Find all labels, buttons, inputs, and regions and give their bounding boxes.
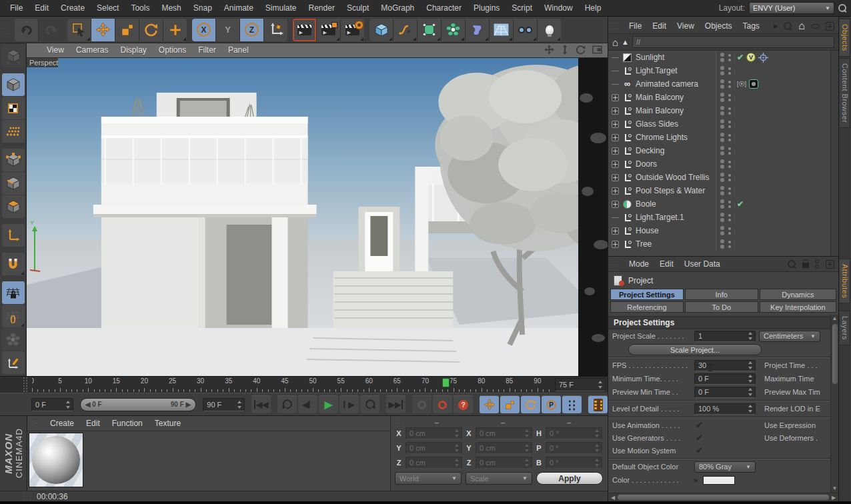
dock-tab-objects[interactable]: Objects: [840, 19, 850, 57]
maximize-view-icon[interactable]: [592, 45, 602, 56]
panel-grip-icon[interactable]: [30, 419, 39, 428]
menu-script[interactable]: Script: [506, 3, 538, 13]
start-frame-field[interactable]: 0 F: [31, 398, 73, 411]
material-thumbnail[interactable]: [29, 433, 83, 487]
material-menu-texture[interactable]: Texture: [149, 419, 187, 428]
coord-space-dropdown[interactable]: World▼: [395, 472, 462, 485]
search-icon[interactable]: [788, 260, 796, 269]
add-spline-object[interactable]: [393, 19, 417, 41]
project-scale-unit-dropdown[interactable]: Centimeters▼: [759, 331, 820, 342]
visibility-dots[interactable]: [718, 186, 727, 195]
coord-field-z-0[interactable]: 0 cm: [405, 457, 462, 469]
home-icon[interactable]: ⌂: [798, 21, 805, 31]
lock-x-axis[interactable]: X: [192, 19, 215, 41]
record-objects-button[interactable]: [412, 395, 432, 413]
attribute-menu-user-data[interactable]: User Data: [679, 259, 726, 269]
workplane-paint-button[interactable]: [2, 120, 25, 143]
object-row-boole[interactable]: Boole✔: [608, 197, 830, 211]
key-point-level-button[interactable]: [562, 395, 582, 413]
add-mograph-object[interactable]: [442, 19, 465, 41]
key-position-button[interactable]: [480, 395, 499, 413]
object-row-light-target[interactable]: Light.Target: [608, 64, 830, 77]
layout-select[interactable]: ENVY (User)▼: [749, 2, 834, 14]
scale-project-button[interactable]: Scale Project...: [628, 344, 762, 355]
dock-tab-layers[interactable]: Layers: [840, 311, 850, 345]
viewport-menu-filter[interactable]: Filter: [192, 45, 222, 55]
object-menu-tags[interactable]: Tags: [738, 21, 765, 31]
camera-tag-icon[interactable]: [749, 79, 758, 89]
add-subdivision-surface[interactable]: [417, 19, 441, 41]
viewport-menu-view[interactable]: View: [41, 45, 70, 55]
eye-icon[interactable]: [811, 24, 820, 29]
visibility-dots[interactable]: [718, 173, 727, 182]
target-tag-icon[interactable]: [758, 53, 768, 63]
snap-toggle-button[interactable]: [2, 253, 25, 275]
use-motion-system-checkbox[interactable]: ✔: [694, 445, 756, 455]
last-used-tool[interactable]: [163, 19, 187, 41]
minimum-time-field[interactable]: 0 F: [694, 373, 756, 385]
material-menu-create[interactable]: Create: [44, 419, 80, 428]
scale-tool[interactable]: [115, 19, 139, 41]
object-row-pool-steps-water[interactable]: Pool Steps & Water: [608, 184, 830, 197]
visibility-dots[interactable]: [718, 159, 727, 169]
search-icon[interactable]: [838, 4, 847, 13]
render-settings-button[interactable]: [341, 19, 364, 41]
render-picture-viewer-button[interactable]: [317, 19, 340, 41]
zoom-view-icon[interactable]: [561, 45, 569, 57]
make-editable-button[interactable]: [2, 45, 25, 67]
object-row-main-balcony[interactable]: Main Balcony: [608, 104, 830, 117]
attribute-tab-key-interpolation[interactable]: Key Interpolation: [760, 301, 836, 313]
object-row-light-target-1[interactable]: Light.Target.1: [608, 211, 830, 224]
object-menu-objects[interactable]: Objects: [700, 21, 738, 31]
timeline-grip-icon[interactable]: [23, 377, 28, 393]
expand-icon[interactable]: [612, 174, 619, 181]
object-row-animated-camera[interactable]: ∞Animated camera[⦿]: [608, 77, 830, 91]
dock-tab-content-browser[interactable]: Content Browser: [840, 58, 850, 128]
coord-field-y-0[interactable]: 0 cm: [405, 442, 462, 454]
expand-icon[interactable]: [612, 227, 619, 235]
visibility-dots[interactable]: [718, 226, 727, 235]
coord-field-h-2[interactable]: 0 °: [546, 427, 602, 439]
expand-icon[interactable]: [612, 94, 619, 101]
menu-animate[interactable]: Animate: [218, 3, 259, 13]
visibility-dots[interactable]: [718, 146, 727, 155]
path-up-icon[interactable]: ▲: [622, 38, 629, 46]
rotate-view-icon[interactable]: [576, 45, 586, 57]
coord-field-p-2[interactable]: 0 °: [546, 442, 602, 454]
menu-snap[interactable]: Snap: [187, 3, 218, 13]
menu-overflow-icon[interactable]: ▶: [773, 23, 778, 29]
visibility-dots[interactable]: [718, 239, 727, 249]
expand-icon[interactable]: [612, 187, 619, 195]
visibility-dots[interactable]: [718, 119, 727, 129]
visibility-dots[interactable]: [718, 133, 727, 142]
model-mode-button[interactable]: [2, 73, 25, 96]
lock-y-axis[interactable]: Y: [216, 19, 239, 41]
expand-icon[interactable]: [612, 107, 619, 115]
section-header[interactable]: Project Settings: [608, 316, 830, 329]
attribute-horizontal-scrollbar[interactable]: ◀ ▶: [608, 493, 838, 501]
panel-grip-icon[interactable]: [395, 419, 403, 427]
timeline-ruler[interactable]: 051015202530354045505560657075808590: [32, 377, 553, 393]
attribute-tab-project-settings[interactable]: Project Settings: [610, 289, 684, 300]
go-to-start-button[interactable]: ◀◀: [251, 395, 271, 413]
object-row-decking[interactable]: Decking: [608, 144, 830, 157]
move-tool[interactable]: [91, 19, 115, 41]
live-selection-tool[interactable]: [67, 19, 91, 41]
edges-mode-button[interactable]: [2, 172, 25, 195]
key-rotation-button[interactable]: [521, 395, 540, 413]
menu-tools[interactable]: Tools: [125, 3, 155, 13]
viewport-menu-cameras[interactable]: Cameras: [70, 45, 115, 55]
menu-edit[interactable]: Edit: [29, 3, 55, 13]
menu-create[interactable]: Create: [55, 3, 91, 13]
panel-grip-icon[interactable]: [611, 22, 620, 31]
lock-z-axis[interactable]: Z: [240, 19, 263, 41]
panel-grip-icon[interactable]: [29, 46, 38, 55]
play-loop-button[interactable]: [360, 395, 379, 413]
vray-tag-icon[interactable]: V: [746, 53, 756, 62]
object-row-doors[interactable]: Doors: [608, 157, 830, 171]
menu-render[interactable]: Render: [303, 3, 341, 13]
visibility-dots[interactable]: [718, 66, 727, 75]
redo-button[interactable]: [39, 19, 62, 41]
apply-button[interactable]: Apply: [536, 472, 603, 485]
current-frame-field[interactable]: 75 F: [555, 378, 606, 391]
